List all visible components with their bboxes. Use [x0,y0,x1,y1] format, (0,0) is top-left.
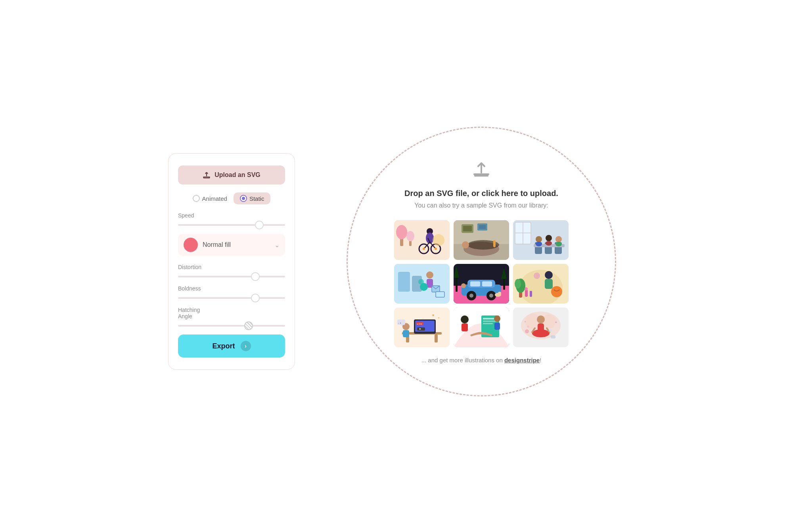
svg-text:♪ ✦: ♪ ✦ [398,322,401,324]
fill-selector[interactable]: Normal fill ⌄ [178,234,285,256]
hatching-track[interactable] [178,325,285,327]
svg-point-64 [498,292,501,295]
drop-zone[interactable]: Drop an SVG file, or click here to uploa… [347,127,616,396]
animated-radio [193,195,200,202]
fill-chevron-icon: ⌄ [274,241,280,249]
fill-color-swatch [184,238,198,252]
svg-rect-25 [493,240,496,247]
distortion-thumb[interactable] [251,272,260,281]
export-button[interactable]: Export › [178,335,285,358]
svg-rect-75 [545,279,553,289]
svg-rect-89 [403,330,409,337]
sample-item[interactable]: ✦ ✦ [513,308,569,347]
hatching-thumb[interactable] [244,321,253,330]
svg-rect-103 [494,323,500,330]
drop-upload-icon [472,160,491,183]
svg-text:✦: ✦ [555,321,557,324]
sample-item[interactable] [513,264,569,304]
distortion-track[interactable] [178,276,285,277]
left-panel: Upload an SVG Animated Static Speed Norm… [168,153,295,370]
designstripe-link[interactable]: designstripe [504,357,540,363]
drop-subtitle: You can also try a sample SVG from our l… [414,202,548,209]
drop-title: Drop an SVG file, or click here to uploa… [404,189,558,198]
sample-item[interactable] [454,308,509,347]
boldness-label: Boldness [178,285,285,292]
svg-point-35 [546,235,552,241]
svg-point-108 [537,315,545,323]
sample-item[interactable] [454,264,509,304]
svg-point-62 [489,294,493,298]
svg-rect-81 [435,335,438,342]
distortion-slider-row: Distortion [178,264,285,277]
sample-item[interactable] [394,220,450,260]
speed-label: Speed [178,212,285,219]
svg-point-114 [527,325,529,328]
svg-rect-73 [530,291,532,297]
svg-rect-20 [479,225,486,229]
static-radio [240,195,247,202]
svg-point-36 [555,236,562,242]
svg-point-113 [525,329,529,333]
boldness-track[interactable] [178,297,285,299]
svg-point-61 [469,294,473,298]
animated-option[interactable]: Animated [193,195,227,202]
svg-text:● Live: ● Live [417,323,422,325]
svg-rect-57 [470,281,480,286]
svg-point-38 [546,241,552,246]
distortion-label: Distortion [178,264,285,270]
speed-thumb[interactable] [255,221,264,229]
svg-point-46 [418,279,424,285]
sample-item[interactable] [513,220,569,260]
svg-point-2 [396,225,407,239]
speed-slider-row: Speed [178,212,285,226]
svg-point-74 [545,271,553,279]
svg-point-72 [525,287,528,290]
animation-toggle-row: Animated Static [178,192,285,204]
right-panel: Drop an SVG file, or click here to uploa… [319,127,644,396]
fill-label: Normal fill [203,241,270,248]
hatching-slider-row: HatchingAngle [178,307,285,327]
sample-item[interactable] [394,264,450,304]
export-arrow-icon: › [241,341,251,351]
sample-item[interactable]: ● Live ♪ ✦ ★ ★ [394,308,450,347]
boldness-slider-row: Boldness [178,285,285,299]
hatching-label: HatchingAngle [178,307,285,319]
svg-rect-41 [398,272,410,292]
svg-rect-18 [463,226,472,231]
svg-rect-71 [525,290,528,297]
svg-point-76 [551,286,562,297]
svg-point-14 [433,234,444,246]
svg-point-70 [515,279,521,288]
sample-item[interactable] [454,220,509,260]
svg-point-37 [536,242,542,246]
svg-point-4 [406,231,414,241]
boldness-thumb[interactable] [251,294,260,302]
svg-point-65 [461,283,466,288]
svg-point-13 [435,248,437,250]
svg-rect-112 [538,323,544,332]
svg-point-24 [462,241,469,248]
svg-rect-101 [462,323,468,331]
svg-rect-115 [551,335,555,338]
sample-grid: ● Live ♪ ✦ ★ ★ [394,220,569,347]
static-option[interactable]: Static [234,192,271,204]
drop-footer: ... and get more illustrations on design… [421,357,542,363]
app-container: Upload an SVG Animated Static Speed Norm… [168,127,644,396]
svg-text:★: ★ [432,313,435,317]
svg-point-102 [494,315,500,322]
svg-rect-48 [436,292,444,297]
svg-rect-116 [549,329,552,332]
svg-point-34 [536,236,542,242]
svg-point-39 [555,242,562,246]
speed-track[interactable] [178,224,285,226]
svg-point-12 [423,248,425,250]
svg-point-77 [534,273,540,279]
svg-rect-58 [482,281,492,286]
svg-rect-99 [483,323,493,324]
upload-svg-button[interactable]: Upload an SVG [178,165,285,185]
svg-rect-53 [503,278,505,290]
upload-icon [203,171,211,179]
svg-point-100 [461,315,469,323]
radio-inner-dot [242,197,245,200]
svg-text:✦: ✦ [524,321,526,323]
